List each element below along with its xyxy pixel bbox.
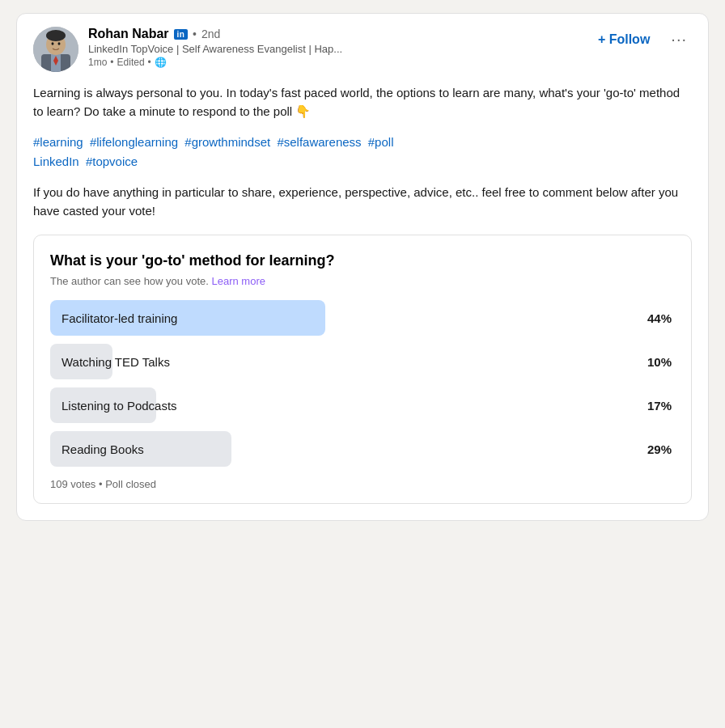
- poll-option[interactable]: Reading Books 29%: [50, 431, 675, 467]
- poll-option-label: Listening to Podcasts: [50, 391, 189, 421]
- poll-notice: The author can see how you vote. Learn m…: [50, 275, 675, 287]
- meta-dot-2: •: [148, 57, 151, 68]
- svg-point-5: [46, 30, 66, 41]
- author-info: Rohan Nabar in • 2nd LinkedIn TopVoice |…: [88, 27, 342, 68]
- svg-point-6: [52, 42, 54, 45]
- avatar[interactable]: [33, 27, 78, 72]
- post-card: Rohan Nabar in • 2nd LinkedIn TopVoice |…: [16, 13, 709, 521]
- hashtag-selfawareness[interactable]: #selfawareness: [277, 135, 361, 149]
- poll-container: What is your 'go-to' method for learning…: [33, 235, 692, 504]
- post-body: Learning is always personal to you. In t…: [33, 83, 692, 121]
- post-hashtags[interactable]: #learning #lifelonglearning #growthminds…: [33, 133, 692, 171]
- poll-option[interactable]: Listening to Podcasts 17%: [50, 387, 675, 423]
- author-name[interactable]: Rohan Nabar: [88, 27, 169, 41]
- poll-footer: 109 votes • Poll closed: [50, 478, 675, 490]
- poll-option[interactable]: Facilitator-led training 44%: [50, 300, 675, 336]
- author-title: LinkedIn TopVoice | Self Awareness Evang…: [88, 43, 342, 55]
- post-meta: 1mo • Edited • 🌐: [88, 57, 342, 68]
- poll-option-percent: 44%: [647, 311, 675, 325]
- follow-label: + Follow: [598, 32, 650, 47]
- poll-option-label: Facilitator-led training: [50, 303, 189, 333]
- poll-option-percent: 10%: [647, 355, 675, 369]
- author-name-row: Rohan Nabar in • 2nd: [88, 27, 342, 41]
- svg-point-7: [58, 42, 61, 45]
- meta-dot: •: [110, 57, 113, 68]
- post-time: 1mo: [88, 57, 107, 68]
- hashtag-learning[interactable]: #learning: [33, 135, 83, 149]
- more-options-button[interactable]: ···: [666, 27, 692, 52]
- more-icon: ···: [671, 30, 687, 48]
- poll-option-percent: 17%: [647, 399, 675, 413]
- poll-notice-text: The author can see how you vote.: [50, 275, 209, 287]
- connection-degree: 2nd: [201, 28, 220, 40]
- hashtag-lifelonglearning[interactable]: #lifelonglearning: [90, 135, 178, 149]
- poll-options: Facilitator-led training 44% Watching TE…: [50, 300, 675, 467]
- poll-option-label: Watching TED Talks: [50, 347, 181, 377]
- linkedin-badge: in: [174, 29, 189, 40]
- separator-dot: •: [193, 28, 197, 40]
- follow-button[interactable]: + Follow: [591, 29, 656, 50]
- header-actions: + Follow ···: [591, 27, 692, 52]
- author-section: Rohan Nabar in • 2nd LinkedIn TopVoice |…: [33, 27, 342, 72]
- globe-icon: 🌐: [155, 57, 167, 68]
- hashtag-poll[interactable]: #poll: [368, 135, 394, 149]
- edited-label: Edited: [117, 57, 145, 68]
- poll-option-label: Reading Books: [50, 434, 163, 464]
- hashtag-growthmindset[interactable]: #growthmindset: [184, 135, 270, 149]
- hashtag-topvoice[interactable]: #topvoice: [86, 154, 138, 168]
- poll-option-percent: 29%: [647, 442, 675, 456]
- hashtag-linkedin[interactable]: LinkedIn: [33, 154, 79, 168]
- poll-question: What is your 'go-to' method for learning…: [50, 252, 675, 270]
- learn-more-link[interactable]: Learn more: [211, 275, 265, 287]
- post-header: Rohan Nabar in • 2nd LinkedIn TopVoice |…: [33, 27, 692, 72]
- poll-option[interactable]: Watching TED Talks 10%: [50, 344, 675, 379]
- post-cta: If you do have anything in particular to…: [33, 183, 692, 221]
